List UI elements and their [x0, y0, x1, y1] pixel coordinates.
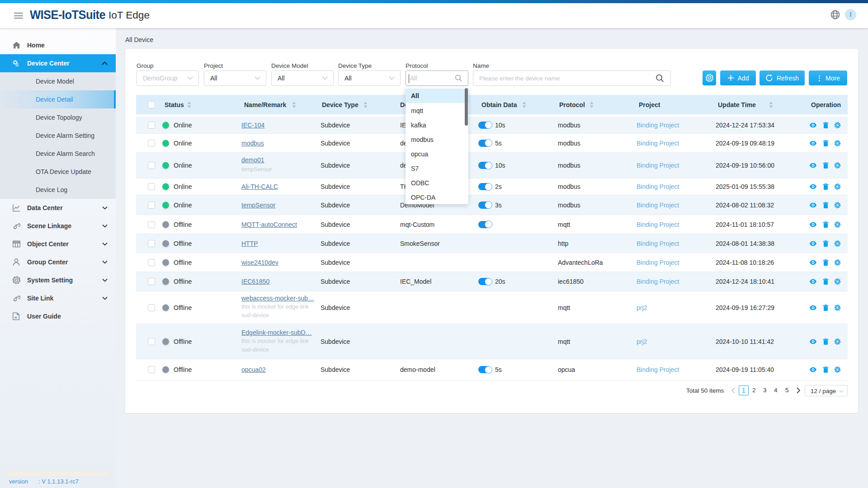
svg-text:w: w: [14, 316, 17, 319]
